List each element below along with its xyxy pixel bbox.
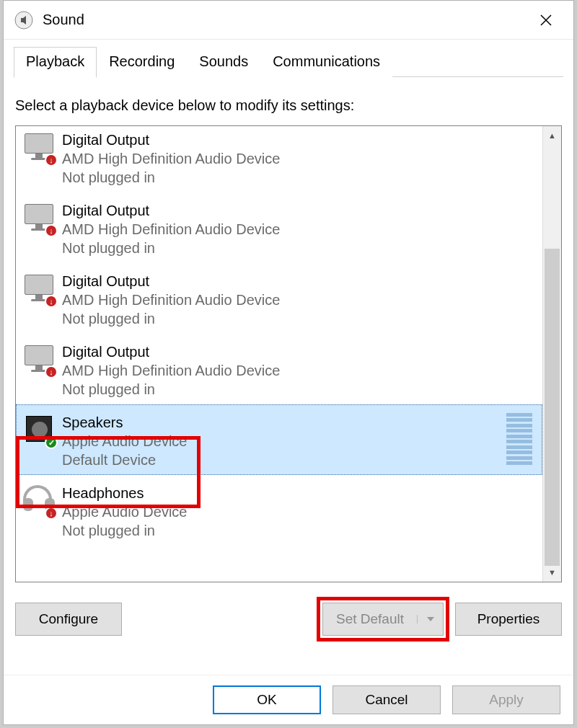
device-status: Not plugged in [62,521,187,540]
device-status: Not plugged in [62,380,280,399]
headphones-icon [22,484,56,518]
device-name: Speakers [62,413,187,432]
dialog-content: Playback Recording Sounds Communications… [4,40,573,675]
device-item[interactable]: Digital Output AMD High Definition Audio… [16,192,542,263]
device-status: Default Device [62,450,187,469]
tab-sounds[interactable]: Sounds [187,47,260,77]
device-name: Digital Output [62,342,280,361]
device-name: Digital Output [62,272,280,290]
monitor-icon [22,130,56,165]
tab-playback[interactable]: Playback [14,47,97,78]
cancel-button[interactable]: Cancel [332,685,441,714]
tab-communications[interactable]: Communications [260,47,392,77]
speaker-icon [22,413,56,448]
unplugged-badge-icon [45,507,58,520]
device-item-speakers[interactable]: Speakers Apple Audio Device Default Devi… [16,404,542,475]
volume-meter [506,413,532,465]
scroll-up-icon[interactable]: ▲ [543,126,561,145]
tab-recording[interactable]: Recording [97,47,187,77]
device-name: Digital Output [62,130,280,149]
device-driver: AMD High Definition Audio Device [62,220,280,239]
device-item[interactable]: Digital Output AMD High Definition Audio… [16,126,542,192]
unplugged-badge-icon [45,365,58,378]
dialog-buttons: OK Cancel Apply [4,675,573,724]
device-item[interactable]: Headphones Apple Audio Device Not plugge… [16,475,542,546]
device-driver: Apple Audio Device [62,502,187,521]
configure-button[interactable]: Configure [15,603,122,636]
instruction-text: Select a playback device below to modify… [15,97,562,114]
device-status: Not plugged in [62,309,280,328]
device-list-container: Digital Output AMD High Definition Audio… [15,125,562,582]
bottom-buttons: Configure Set Default Properties [15,597,562,642]
monitor-icon [22,342,56,377]
device-driver: AMD High Definition Audio Device [62,361,280,380]
device-name: Headphones [62,484,187,502]
device-driver: AMD High Definition Audio Device [62,290,280,309]
dropdown-arrow-icon[interactable] [417,615,443,623]
scrollbar[interactable]: ▲ ▼ [542,126,561,582]
unplugged-badge-icon [45,154,58,167]
set-default-button[interactable]: Set Default [322,603,444,636]
set-default-label: Set Default [323,611,417,627]
device-driver: AMD High Definition Audio Device [62,149,280,168]
device-item[interactable]: Digital Output AMD High Definition Audio… [16,334,542,404]
device-driver: Apple Audio Device [62,432,187,450]
sound-app-icon [14,10,34,30]
tabs: Playback Recording Sounds Communications [14,45,563,77]
default-badge-icon [45,436,58,449]
titlebar: Sound [4,1,573,40]
scroll-thumb[interactable] [545,249,560,566]
apply-button[interactable]: Apply [452,685,560,714]
device-item[interactable]: Digital Output AMD High Definition Audio… [16,263,542,334]
unplugged-badge-icon [45,224,58,237]
ok-button[interactable]: OK [213,685,321,714]
device-status: Not plugged in [62,239,280,257]
device-status: Not plugged in [62,168,280,187]
properties-button[interactable]: Properties [455,603,562,636]
device-name: Digital Output [62,201,280,220]
unplugged-badge-icon [45,295,58,308]
close-button[interactable] [524,6,568,35]
device-list[interactable]: Digital Output AMD High Definition Audio… [16,126,542,582]
sound-dialog: Sound Playback Recording Sounds Communic… [3,0,574,725]
window-title: Sound [43,12,524,28]
scroll-track[interactable] [543,145,561,563]
annotation-highlight-setdefault: Set Default [317,597,449,642]
monitor-icon [22,201,56,236]
monitor-icon [22,272,56,306]
